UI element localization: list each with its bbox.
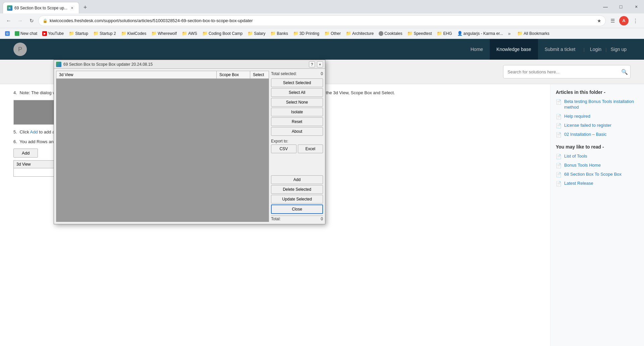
isolate-btn[interactable]: Isolate (271, 108, 323, 116)
salary-icon: 📁 (248, 31, 253, 36)
architecture-label: Architecture (352, 31, 374, 36)
window-minimize-btn[interactable]: — (598, 1, 613, 12)
article-link-4[interactable]: 02 Installation – Basic (564, 132, 606, 137)
add-link[interactable]: Add (30, 129, 38, 134)
cooktales-icon (379, 31, 383, 36)
article-link-3[interactable]: License failed to register (564, 123, 611, 128)
bookmark-wherewolf[interactable]: 📁 Wherewolf (149, 30, 179, 37)
nav-knowledge-base[interactable]: Knowledge base (490, 39, 538, 60)
bookmark-startup[interactable]: 📁 Startup (66, 30, 91, 37)
dialog-close-btn[interactable]: × (317, 61, 323, 67)
rec-doc-icon-3: 📄 (556, 172, 561, 177)
architecture-icon: 📁 (346, 31, 351, 36)
tab-close-btn[interactable]: × (69, 5, 75, 11)
article-item-3: 📄 License failed to register (556, 123, 639, 128)
bookmark-architecture[interactable]: 📁 Architecture (343, 30, 376, 37)
bookmark-angularjs[interactable]: 👤 angularjs - Karma er... (455, 30, 505, 37)
bookmark-new-chat[interactable]: New chat (12, 30, 40, 37)
bookmark-startup2[interactable]: 📁 Startup 2 (91, 30, 118, 37)
site-logo: P (13, 43, 27, 56)
bookmark-salary[interactable]: 📁 Salary (245, 30, 268, 37)
bookmark-aws[interactable]: 📁 AWS (179, 30, 200, 37)
bookmark-coding-boot-camp[interactable]: 📁 Coding Boot Camp (200, 30, 245, 37)
tab-favicon: K (7, 5, 12, 11)
bookmark-youtube[interactable]: ▶ YouTube (40, 30, 66, 37)
update-selected-btn[interactable]: Update Selected (271, 195, 323, 204)
dialog: 69 Section Box to Scope Box updater 20.2… (54, 60, 325, 224)
article-link-1[interactable]: Beta testing Bonus Tools installation me… (564, 99, 639, 110)
csv-btn[interactable]: CSV (271, 145, 297, 153)
reload-btn[interactable]: ↻ (27, 16, 36, 25)
cooktales-label: Cooktales (384, 31, 402, 36)
about-btn[interactable]: About (271, 127, 323, 136)
excel-btn[interactable]: Excel (298, 145, 323, 153)
ehg-icon: 📁 (437, 31, 442, 36)
rec-link-2[interactable]: Bonus Tools Home (564, 163, 601, 168)
salary-label: Salary (254, 31, 265, 36)
rec-link-1[interactable]: List of Tools (564, 154, 587, 159)
profile-btn[interactable]: A (619, 16, 629, 25)
window-close-btn[interactable]: × (629, 1, 644, 12)
kiwicodes-label: KiwiCodes (127, 31, 147, 36)
search-input[interactable] (503, 65, 631, 78)
browser-tab-active[interactable]: K 69 Section Box to Scope up... × (3, 2, 79, 13)
lock-icon: 🔒 (43, 18, 48, 23)
dialog-grid: 3d View Scope Box Select (56, 71, 269, 222)
window-maximize-btn[interactable]: □ (613, 1, 629, 12)
select-none-btn[interactable]: Select None (271, 98, 323, 107)
step6-number: 6. (13, 139, 17, 144)
rec-link-4[interactable]: Latest Release (564, 181, 593, 186)
rec-link-3[interactable]: 68 Section Box To Scope Box (564, 172, 622, 177)
folder-icon2: 📁 (93, 31, 99, 36)
select-selected-btn[interactable]: Select Selected (271, 78, 323, 87)
all-bookmarks[interactable]: 📁 All Bookmarks (515, 30, 552, 37)
back-btn[interactable]: ← (4, 16, 13, 25)
nav-signup[interactable]: Sign up (607, 39, 631, 60)
bookmark-google[interactable]: G (3, 30, 12, 37)
dialog-help-btn[interactable]: ? (309, 61, 315, 67)
article-link-2[interactable]: Help required (564, 114, 590, 119)
more-btn[interactable]: ⋮ (631, 16, 640, 25)
search-container: 🔍 (503, 65, 631, 78)
reset-btn[interactable]: Reset (271, 117, 323, 126)
forward-btn[interactable]: → (15, 16, 25, 25)
dialog-total-value: 0 (321, 217, 323, 221)
close-dialog-btn[interactable]: Close (271, 205, 323, 214)
nav-submit-ticket[interactable]: Submit a ticket (538, 39, 582, 60)
google-favicon: G (5, 31, 10, 36)
3d-printing-icon: 📁 (293, 31, 299, 36)
new-tab-button[interactable]: + (80, 3, 90, 12)
bookmark-kiwicodes[interactable]: 📁 KiwiCodes (119, 30, 149, 37)
rec-item-2: 📄 Bonus Tools Home (556, 163, 639, 168)
bookmark-banks[interactable]: 📁 Banks (268, 30, 290, 37)
bookmark-cooktales[interactable]: Cooktales (376, 30, 405, 37)
site-header: P Home Knowledge base Submit a ticket | … (0, 39, 644, 60)
you-may-like-section: You may like to read - 📄 List of Tools 📄… (556, 144, 639, 186)
nav-home[interactable]: Home (464, 39, 490, 60)
bookmark-other[interactable]: 📁 Other (322, 30, 343, 37)
address-bar[interactable]: 🔒 kiwicocodes.freshdesk.com/support/solu… (38, 15, 606, 26)
kiwicodes-icon: 📁 (121, 31, 126, 36)
bookmark-speedtest[interactable]: 📁 Speedtest (405, 30, 434, 37)
more-bookmarks-btn[interactable]: » (506, 30, 513, 37)
dialog-grid-body (56, 79, 269, 222)
add-btn-display[interactable]: Add (13, 149, 38, 158)
select-all-btn[interactable]: Select All (271, 88, 323, 97)
step5-number: 5. (13, 129, 17, 134)
delete-selected-btn[interactable]: Delete Selected (271, 185, 323, 194)
article-doc-icon-3: 📄 (556, 123, 561, 128)
extensions-btn[interactable]: ☰ (608, 16, 617, 25)
rec-item-3: 📄 68 Section Box To Scope Box (556, 172, 639, 177)
new-chat-label: New chat (20, 31, 37, 36)
nav-login[interactable]: Login (586, 39, 605, 60)
search-button[interactable]: 🔍 (621, 69, 628, 75)
bookmark-3d-printing[interactable]: 📁 3D Printing (291, 30, 322, 37)
youtube-label: YouTube (48, 31, 64, 36)
window-controls: — □ × (598, 0, 644, 13)
angularjs-icon: 👤 (457, 31, 463, 36)
bookmark-ehg[interactable]: 📁 EHG (434, 30, 454, 37)
add-btn[interactable]: Add (271, 175, 323, 184)
rec-doc-icon-4: 📄 (556, 181, 561, 186)
address-text: kiwicocodes.freshdesk.com/support/soluti… (50, 18, 595, 23)
browser-titlebar: K 69 Section Box to Scope up... × + — □ … (0, 0, 644, 13)
